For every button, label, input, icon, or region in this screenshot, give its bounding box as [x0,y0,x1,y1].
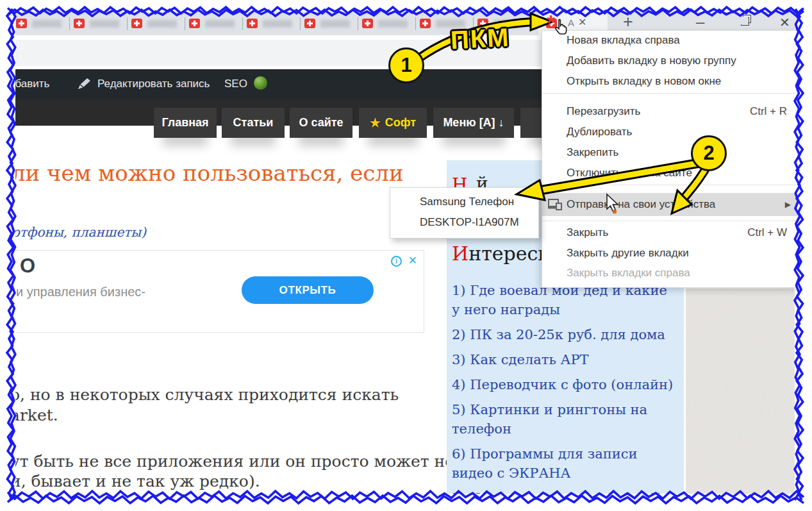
step-number: 2 [703,142,714,165]
step-1-badge: 1 [388,47,424,83]
pkm-right-click-label: ПКМ [450,23,511,55]
step-number: 1 [401,54,411,77]
mouse-cursor-icon [607,194,618,214]
hand-cursor-icon [556,19,567,34]
step-2-badge: 2 [691,135,727,171]
red-asterisk-marker: * [547,10,555,35]
screenshot-canvas: А ✕ + – ✕ обавить Редактировать запись S… [0,0,812,511]
